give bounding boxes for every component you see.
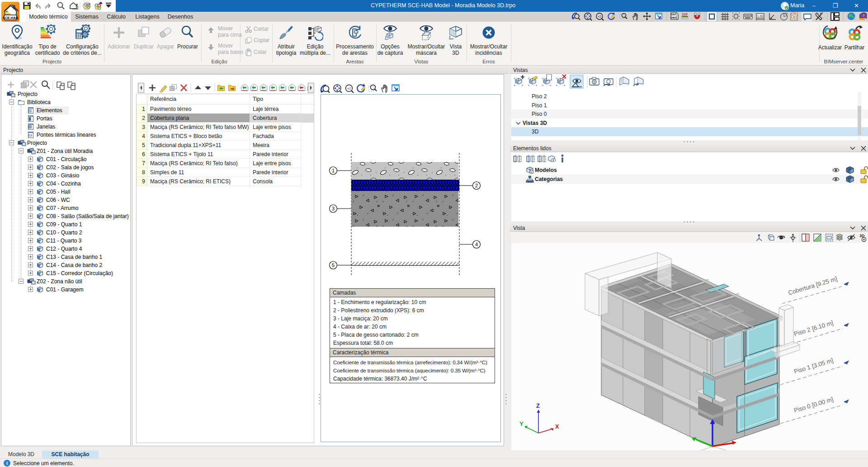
svg-text:2: 2 [475,183,478,188]
svg-text:1: 1 [332,168,335,173]
svg-text:Y: Y [519,420,524,427]
svg-text:5: 5 [332,262,335,268]
svg-text:Cobertura [9.25 m]: Cobertura [9.25 m] [788,276,838,296]
svg-text:4: 4 [475,242,478,247]
svg-text:?: ? [863,14,865,18]
svg-text:×2: ×2 [598,14,602,19]
svg-text:SCE-HAB: SCE-HAB [3,16,19,20]
svg-text:3: 3 [332,206,335,211]
svg-text:Piso 2 [6.10 m]: Piso 2 [6.10 m] [793,319,834,338]
svg-text:Piso 0 [0.00 m]: Piso 0 [0.00 m] [793,396,834,414]
svg-text:DWG: DWG [670,16,676,19]
svg-text:Piso 1 [3.05 m]: Piso 1 [3.05 m] [793,357,834,375]
svg-text:X: X [555,423,559,430]
svg-text:×2: ×2 [347,86,351,91]
svg-text:DXF: DXF [671,13,677,16]
svg-text:Z: Z [536,402,540,409]
svg-text:1.00: 1.00 [757,14,764,18]
svg-text:DXF: DXF [682,13,688,16]
